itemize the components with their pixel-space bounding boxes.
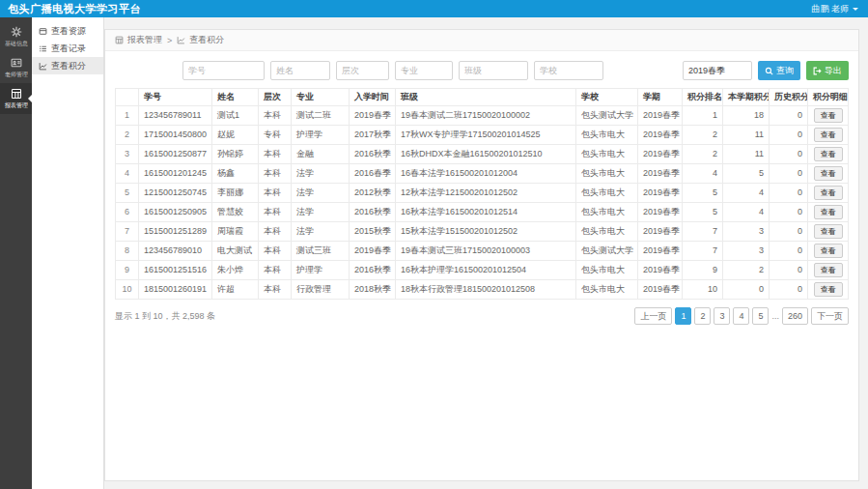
pagination-pages: 12345 — [675, 307, 769, 325]
table-cell: 0 — [770, 280, 808, 300]
pagination-last-button[interactable]: 260 — [782, 307, 808, 325]
table-cell: 0 — [770, 145, 808, 164]
table-cell: 杨鑫 — [212, 164, 259, 184]
sidebar-item-basic-info[interactable]: 基础信息 — [0, 21, 32, 52]
search-icon — [765, 67, 773, 75]
table-cell: 4 — [116, 164, 139, 184]
table-cell: 包头市电大 — [576, 184, 638, 203]
user-menu[interactable]: 曲鹏 老师 — [811, 3, 858, 15]
table-cell: 2019春季 — [638, 222, 683, 242]
sidebar-item-label: 报表管理 — [5, 101, 28, 109]
column-header: 学期 — [638, 89, 683, 106]
view-score-detail-button[interactable]: 查看 — [814, 128, 843, 142]
pagination-page-button[interactable]: 4 — [733, 307, 749, 325]
table-cell: 本科 — [259, 203, 292, 222]
view-score-detail-button[interactable]: 查看 — [814, 244, 843, 258]
view-score-detail-button[interactable]: 查看 — [814, 224, 843, 239]
view-score-detail-button[interactable]: 查看 — [814, 205, 843, 219]
table-cell: 包头市电大 — [576, 222, 638, 242]
view-score-detail-button[interactable]: 查看 — [814, 186, 843, 200]
table-cell: 专科 — [259, 126, 292, 145]
table-cell: 本科 — [259, 280, 292, 300]
pagination-prev-button[interactable]: 上一页 — [634, 307, 672, 325]
export-button[interactable]: 导出 — [806, 61, 849, 80]
level-input[interactable] — [336, 61, 389, 80]
table-cell: 孙锦婷 — [212, 145, 259, 164]
pagination-page-button[interactable]: 1 — [675, 307, 691, 325]
report-icon — [115, 36, 124, 44]
table-cell: 19春本测试三班17150020100003 — [396, 242, 576, 261]
table-cell: 2 — [723, 261, 770, 280]
table-cell: 2019春季 — [638, 280, 683, 300]
table-cell: 2016秋季 — [350, 145, 396, 164]
column-header: 入学时间 — [350, 89, 396, 106]
submenu-item-view-scores[interactable]: 查看积分 — [32, 57, 103, 74]
export-icon — [813, 67, 822, 75]
table-cell: 护理学 — [292, 261, 350, 280]
major-input[interactable] — [395, 61, 453, 80]
column-header: 姓名 — [212, 89, 259, 106]
class-input[interactable] — [459, 61, 528, 80]
table-cell: 12秋本法学121500201012502 — [396, 184, 576, 203]
table-cell: 15秋本法学151500201012502 — [396, 222, 576, 242]
table-cell: 5 — [683, 203, 723, 222]
submenu-item-view-resources[interactable]: 查看资源 — [32, 22, 103, 40]
table-cell: 法学 — [292, 164, 350, 184]
table-cell: 包头市电大 — [576, 145, 638, 164]
table-cell-action: 查看 — [808, 261, 849, 280]
table-row: 101815001260191许超本科行政管理2018秋季18秋本行政管理181… — [116, 280, 849, 300]
user-name: 曲鹏 老师 — [811, 3, 849, 15]
table-cell-action: 查看 — [808, 222, 849, 242]
pagination-next-button[interactable]: 下一页 — [811, 307, 849, 325]
submenu-item-view-records[interactable]: 查看记录 — [32, 40, 103, 57]
table-cell: 1 — [116, 106, 139, 126]
record-list-icon — [39, 44, 47, 53]
table-cell: 5 — [116, 184, 139, 203]
pagination-page-button[interactable]: 5 — [752, 307, 769, 325]
submenu-item-label: 查看资源 — [51, 25, 86, 38]
column-header: 层次 — [259, 89, 292, 106]
table-cell: 2019春季 — [638, 203, 683, 222]
breadcrumb-section[interactable]: 报表管理 — [127, 34, 162, 46]
table-footer: 显示 1 到 10，共 2,598 条 上一页 12345 ... 260 下一… — [105, 300, 858, 332]
search-button[interactable]: 查询 — [758, 61, 800, 80]
table-cell: 赵妮 — [212, 126, 259, 145]
view-score-detail-button[interactable]: 查看 — [814, 108, 843, 123]
table-cell: 2 — [683, 126, 723, 145]
sidebar-item-report-management[interactable]: 报表管理 — [0, 83, 32, 114]
school-input[interactable] — [534, 61, 603, 80]
table-row: 71515001251289周瑞霞本科法学2015秋季15秋本法学1515002… — [116, 222, 849, 242]
line-chart-icon — [39, 62, 47, 71]
app-title: 包头广播电视大学学习平台 — [8, 2, 141, 16]
content-panel: 报表管理 > 查看积分 查询 — [104, 29, 859, 481]
table-cell: 周瑞霞 — [212, 222, 259, 242]
table-cell: 123456789011 — [139, 106, 212, 126]
table-cell: 19春本测试二班17150020100002 — [396, 106, 576, 126]
table-cell: 2019春季 — [638, 184, 683, 203]
table-row: 61615001250905管慧姣本科法学2016秋季16秋本法学1615002… — [116, 203, 849, 222]
sidebar-item-teacher-management[interactable]: 老师管理 — [0, 52, 32, 83]
pagination-page-button[interactable]: 2 — [694, 307, 711, 325]
view-score-detail-button[interactable]: 查看 — [814, 147, 843, 161]
table-cell-action: 查看 — [808, 106, 849, 126]
table-cell: 17秋WX专护理学171500201014525 — [396, 126, 576, 145]
pagination-page-button[interactable]: 3 — [714, 307, 730, 325]
semester-input[interactable] — [683, 61, 752, 80]
table-cell: 本科 — [259, 242, 292, 261]
student-id-input[interactable] — [182, 61, 265, 80]
table-row: 31615001250877孙锦婷本科金融2016秋季16秋DHDX本金融161… — [116, 145, 849, 164]
chevron-down-icon — [853, 8, 858, 14]
table-cell: 16秋DHDX本金融161500201012510 — [396, 145, 576, 164]
name-input[interactable] — [270, 61, 330, 80]
table-row: 51215001250745李丽娜本科法学2012秋季12秋本法学1215002… — [116, 184, 849, 203]
view-score-detail-button[interactable]: 查看 — [814, 263, 843, 277]
table-cell: 本科 — [259, 164, 292, 184]
table-cell: 18 — [723, 106, 770, 126]
table-cell: 包头市电大 — [576, 164, 638, 184]
submenu-item-label: 查看记录 — [51, 43, 86, 55]
view-score-detail-button[interactable]: 查看 — [814, 282, 843, 297]
table-row: 1123456789011测试1本科测试二班2019春季19春本测试二班1715… — [116, 106, 849, 126]
resource-icon — [39, 27, 47, 36]
table-cell-action: 查看 — [808, 184, 849, 203]
view-score-detail-button[interactable]: 查看 — [814, 166, 843, 181]
